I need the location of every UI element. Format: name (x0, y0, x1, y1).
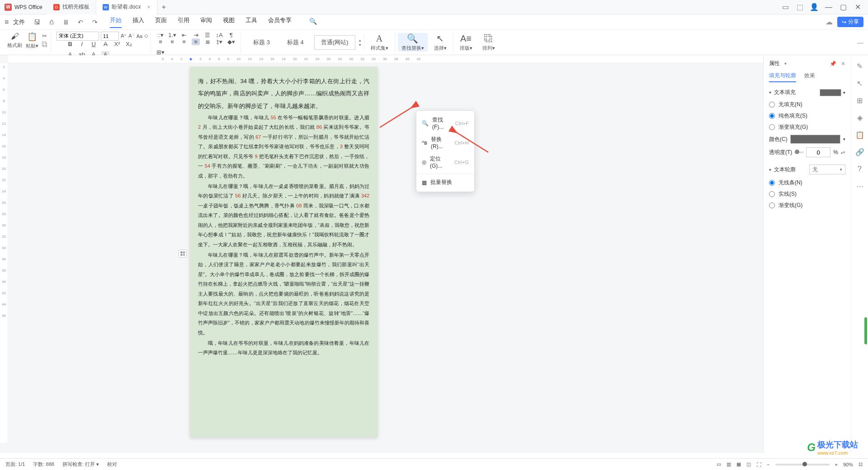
link-icon[interactable]: 🔗 (855, 147, 864, 156)
style-scroll-icon[interactable]: ▴▾ (359, 38, 361, 47)
numbering-icon[interactable]: 1.▾ (168, 32, 176, 38)
cloud-icon[interactable]: ☁ (826, 18, 833, 26)
underline-icon[interactable]: U (90, 41, 98, 47)
pencil-icon[interactable]: ✎ (855, 61, 864, 70)
format-painter-button[interactable]: 🖌格式刷 (7, 32, 22, 49)
style-gallery-button[interactable]: A 样式集▾ (367, 33, 392, 52)
reading-mode-icon[interactable]: ▭ (781, 3, 789, 11)
change-case-icon[interactable]: Aa (137, 33, 142, 39)
hamburger-icon[interactable]: ≡ (5, 18, 9, 26)
spellcheck-status[interactable]: 拼写检查: 打开 ▾ (62, 461, 99, 468)
strike-icon[interactable]: A̶ (101, 41, 109, 47)
section-title[interactable]: 文本填充 ▾ (769, 89, 845, 96)
align-justify-icon[interactable]: ≡ (192, 38, 200, 45)
outline-select[interactable]: 无▾ (809, 164, 845, 174)
layout-button[interactable]: A≡ 排版▾ (456, 33, 476, 52)
tab-effects[interactable]: 效果 (804, 72, 815, 82)
stepper-icon[interactable]: ▴▾ (841, 150, 845, 155)
section-title[interactable]: 文本轮廓 无▾ (769, 164, 845, 174)
align-center-icon[interactable]: ≡ (168, 38, 176, 45)
sort-icon[interactable]: ↕A (215, 32, 223, 38)
fit-icon[interactable]: ⊡ (859, 461, 863, 467)
page-indicator[interactable]: 页面: 1/1 (5, 461, 25, 468)
tab-view[interactable]: 视图 (223, 16, 235, 28)
char-spacing-icon[interactable]: ☰ (203, 32, 212, 38)
minimize-icon[interactable]: — (825, 3, 833, 11)
close-icon[interactable]: × (147, 4, 150, 10)
vertical-ruler[interactable]: 2468101214161820222426283032343638404244… (0, 63, 8, 443)
font-size-input[interactable] (101, 32, 119, 41)
cut-icon[interactable]: ✂ (42, 33, 48, 39)
radio-gradient-line[interactable]: 渐变线(G) (769, 202, 845, 209)
pin-icon[interactable]: 📌 (830, 61, 836, 67)
tab-home[interactable]: 开始 (110, 16, 122, 28)
user-avatar-icon[interactable]: 👤 (810, 3, 818, 11)
select-button[interactable]: ↖ 选择▾ (430, 33, 450, 52)
search-icon[interactable]: 🔍 (308, 16, 318, 26)
fill-color-icon[interactable]: ◆▾ (227, 38, 235, 45)
radio-solid-fill[interactable]: 纯色填充(S) (769, 112, 845, 120)
zoom-value[interactable]: 90% (843, 462, 853, 467)
italic-icon[interactable]: I (78, 41, 86, 47)
indent-icon[interactable]: ⇥ (192, 32, 200, 38)
bold-icon[interactable]: B (66, 41, 74, 47)
print-icon[interactable]: ⎙ (47, 17, 57, 27)
zoom-in-icon[interactable]: + (835, 462, 838, 467)
clipboard-icon[interactable]: 📋 (855, 130, 864, 139)
menu-batch-replace[interactable]: ▦ 批量替换 (416, 176, 474, 189)
find-replace-button[interactable]: 🔍 查找替换▾ (398, 33, 428, 52)
layers-icon[interactable]: ◈ (855, 113, 864, 122)
color-swatch[interactable] (790, 135, 840, 144)
maximize-icon[interactable]: ▢ (839, 3, 847, 11)
tab-page[interactable]: 页面 (155, 16, 167, 28)
style-normal-web[interactable]: 普通(网站) (314, 35, 355, 50)
borders-icon[interactable]: ⊞▾ (156, 49, 165, 56)
bullets-icon[interactable]: ::▾ (156, 32, 165, 38)
share-button[interactable]: ↪ 分享 (837, 17, 863, 27)
select-tool-icon[interactable]: ↖ (855, 79, 864, 88)
paste-button[interactable]: 📋粘贴▾ (26, 32, 38, 49)
tab-review[interactable]: 审阅 (200, 16, 212, 28)
subscript-icon[interactable]: X₂ (125, 41, 133, 47)
preview-icon[interactable]: 🗎 (61, 17, 71, 27)
save-icon[interactable]: 🖫 (32, 17, 42, 27)
tab-fill-outline[interactable]: 填充与轮廓 (769, 72, 796, 82)
fill-preview-swatch[interactable] (820, 89, 841, 96)
fullscreen-icon[interactable]: ⛶ (756, 462, 761, 467)
collapse-ribbon-icon[interactable]: — (857, 39, 863, 46)
show-marks-icon[interactable]: ¶ (227, 32, 235, 38)
tab-templates[interactable]: D 找稻壳模板 (47, 0, 96, 14)
radio-solid-line[interactable]: 实线(S) (769, 190, 845, 198)
cube-icon[interactable]: ⬚ (796, 3, 804, 11)
tab-member[interactable]: 会员专享 (268, 16, 292, 28)
zoom-slider[interactable] (775, 464, 830, 465)
style-heading3[interactable]: 标题 3 (246, 35, 277, 50)
view-print-icon[interactable]: ▭ (717, 461, 721, 467)
line-spacing-icon[interactable]: ‡▾ (215, 38, 223, 45)
alpha-slider[interactable] (795, 151, 803, 153)
horizontal-ruler[interactable]: 642◆246810121416182022242628303234363840… (8, 55, 763, 63)
align-right-icon[interactable]: ≡ (180, 38, 188, 45)
new-tab-button[interactable]: + (157, 0, 171, 14)
clear-format-icon[interactable]: ◇ (144, 33, 148, 39)
more-icon[interactable]: ⋯ (855, 182, 864, 191)
zoom-out-icon[interactable]: − (767, 462, 769, 467)
tab-document[interactable]: W 盼望着.docx × (96, 0, 157, 14)
font-name-input[interactable] (57, 32, 99, 41)
distribute-icon[interactable]: ≣ (203, 38, 212, 45)
proofing-status[interactable]: 校对 (107, 461, 117, 468)
tab-reference[interactable]: 引用 (178, 16, 189, 28)
tab-insert[interactable]: 插入 (132, 16, 144, 28)
view-read-icon[interactable]: ▥ (726, 461, 731, 467)
settings-icon[interactable]: ⊞ (855, 96, 864, 105)
close-panel-icon[interactable]: ✕ (841, 61, 845, 67)
style-heading4[interactable]: 标题 4 (280, 35, 311, 50)
arrange-button[interactable]: ⿻ 排列▾ (479, 33, 499, 52)
radio-gradient-fill[interactable]: 渐变填充(G) (769, 123, 845, 131)
tab-tools[interactable]: 工具 (245, 16, 257, 28)
align-left-icon[interactable]: ≡ (156, 38, 165, 45)
file-menu[interactable]: 文件 (13, 18, 25, 26)
view-outline-icon[interactable]: ◫ (746, 461, 751, 467)
radio-no-line[interactable]: 无线条(N) (769, 179, 845, 187)
superscript-icon[interactable]: X² (113, 41, 121, 47)
